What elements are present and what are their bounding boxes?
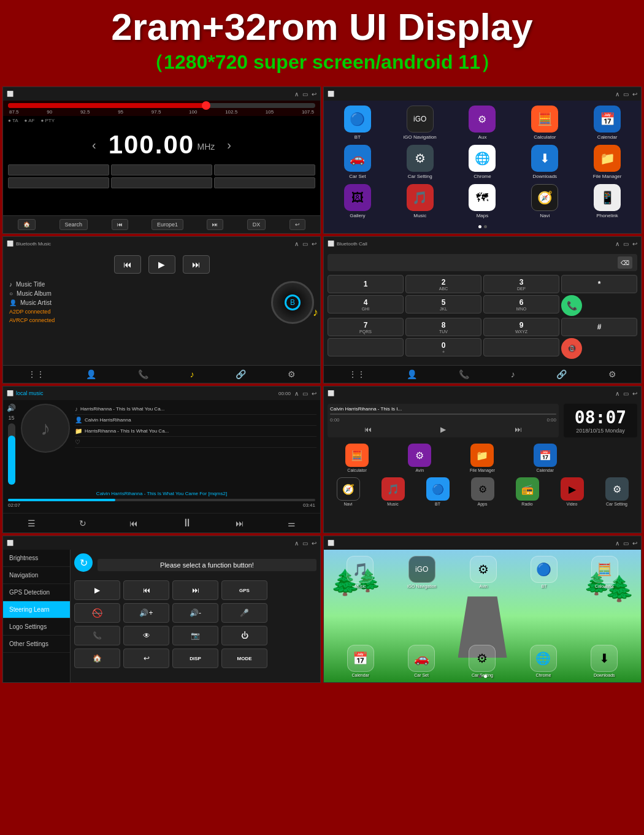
link-icon[interactable]: 🔗 <box>236 369 246 379</box>
link-icon[interactable]: 🔗 <box>556 369 567 379</box>
playlist-icon[interactable]: ☰ <box>28 518 36 528</box>
settings-power-button[interactable]: ⏻ <box>221 626 267 645</box>
app-downloads[interactable]: ⬇ Downloads <box>516 145 573 179</box>
mini-prev-button[interactable]: ⏮ <box>364 425 372 434</box>
radio-back-button[interactable]: ↩ <box>289 219 305 230</box>
home-app-radio[interactable]: 📻 Radio <box>507 477 548 506</box>
app-bt[interactable]: 🔵 BT <box>329 106 386 140</box>
radio-preset-5[interactable] <box>111 177 212 188</box>
dialer-key-8[interactable]: 8TUV <box>405 318 481 336</box>
radio-prev-track-button[interactable]: ⏮ <box>112 219 128 230</box>
dialer-key-3[interactable]: 3DEF <box>483 275 559 293</box>
home-app-carsetting[interactable]: ⚙ Car Setting <box>596 477 637 506</box>
dialer-key-star[interactable]: * <box>561 275 637 293</box>
settings-item-gps[interactable]: GPS Detection <box>3 584 70 601</box>
settings-call-button[interactable]: 📞 <box>74 626 120 645</box>
home-app-filemanager[interactable]: 📁 File Manager <box>453 444 512 472</box>
app-music[interactable]: 🎵 Music <box>391 184 449 218</box>
grid-icon[interactable]: ⋮⋮ <box>28 369 45 379</box>
playlist-item-2[interactable]: 👤 Calvin HarrisRihanna <box>75 415 316 426</box>
nature-app-calculator[interactable]: 🧮 Calculator <box>591 556 618 588</box>
home-app-music[interactable]: 🎵 Music <box>372 477 413 506</box>
dialer-key-6[interactable]: 6MNO <box>483 295 559 314</box>
app-calendar[interactable]: 📅 Calendar <box>578 106 636 140</box>
settings-cam2-button[interactable]: 📷 <box>172 626 218 645</box>
settings-item-navigation[interactable]: Navigation <box>3 567 70 584</box>
settings-item-steering[interactable]: Steering Learn <box>3 601 70 618</box>
repeat-icon[interactable]: ↻ <box>79 518 86 528</box>
settings-item-other[interactable]: Other Settings <box>3 636 70 653</box>
dialer-key-4[interactable]: 4GHI <box>328 295 404 314</box>
music-icon[interactable]: ♪ <box>190 369 194 379</box>
volume-track[interactable] <box>8 423 15 485</box>
dialer-call-button[interactable]: 📞 <box>561 295 582 316</box>
dialer-key-0[interactable]: 0+ <box>405 338 481 356</box>
nature-app-music[interactable]: 🎵 Music <box>347 556 374 588</box>
radio-home-button[interactable]: 🏠 <box>18 219 36 230</box>
radio-preset-3[interactable] <box>214 164 315 175</box>
dialer-key-7[interactable]: 7PQRS <box>328 318 404 336</box>
radio-prev-button[interactable]: ‹ <box>92 138 96 152</box>
bt-play-button[interactable]: ▶ <box>148 255 175 274</box>
music-icon[interactable]: ♪ <box>511 369 515 379</box>
radio-next-track-button[interactable]: ⏭ <box>207 219 223 230</box>
dialer-key-star2[interactable] <box>328 338 404 356</box>
mini-next-button[interactable]: ⏭ <box>515 425 522 434</box>
settings-mic-button[interactable]: 🎤 <box>221 603 267 623</box>
dialer-key-hash2[interactable] <box>483 338 559 356</box>
home-app-avin[interactable]: ⚙ Avin <box>390 444 449 472</box>
dialer-key-hash[interactable]: # <box>561 318 637 336</box>
app-filemanager[interactable]: 📁 File Manager <box>578 145 636 179</box>
equalizer-icon[interactable]: ⚌ <box>288 518 296 528</box>
app-navi[interactable]: 🧭 Navi <box>516 184 573 218</box>
settings-voldown-button[interactable]: 🔊- <box>172 603 218 623</box>
radio-dx-button[interactable]: DX <box>247 219 266 230</box>
bt-rewind-button[interactable]: ⏮ <box>114 255 141 274</box>
settings-home-button[interactable]: 🏠 <box>74 648 120 668</box>
dialer-key-2[interactable]: 2ABC <box>405 275 481 293</box>
next-icon[interactable]: ⏭ <box>236 518 244 528</box>
playlist-item-1[interactable]: ♪ HarrisRihanna - This Is What You Ca... <box>75 404 316 415</box>
settings-mute-button[interactable]: 🚫 <box>74 603 120 623</box>
nature-app-igo[interactable]: iGO iGO Navigation <box>407 556 436 588</box>
settings-back-button[interactable]: ↩ <box>123 648 169 668</box>
gps-text[interactable]: GPS <box>239 588 250 593</box>
home-app-navi[interactable]: 🧭 Navi <box>328 477 369 506</box>
home-app-calendar[interactable]: 📅 Calendar <box>516 444 575 472</box>
prev-icon[interactable]: ⏮ <box>129 518 138 528</box>
app-gallery[interactable]: 🖼 Gallery <box>329 184 386 218</box>
dialer-key-1[interactable]: 1 <box>328 275 404 293</box>
app-carsetting[interactable]: ⚙ Car Setting <box>391 145 449 179</box>
dialer-backspace-button[interactable]: ⌫ <box>618 256 632 269</box>
mode-text[interactable]: MODE <box>237 656 252 661</box>
home-app-video[interactable]: ▶ Video <box>551 477 592 506</box>
app-phonelink[interactable]: 📱 Phonelink <box>578 184 636 218</box>
home-app-bt[interactable]: 🔵 BT <box>417 477 458 506</box>
settings-prev-button[interactable]: ⏮ <box>123 580 169 600</box>
nature-app-bt[interactable]: 🔵 BT <box>531 556 558 588</box>
dialer-key-5[interactable]: 5JKL <box>405 295 481 314</box>
radio-preset-1[interactable] <box>8 164 109 175</box>
bt-forward-button[interactable]: ⏭ <box>183 255 210 274</box>
app-chrome[interactable]: 🌐 Chrome <box>454 145 512 179</box>
playlist-item-3[interactable]: 📁 HarrisRihanna - This Is What You Ca... <box>75 426 316 437</box>
radio-station-button[interactable]: Europe1 <box>151 219 183 230</box>
settings-item-brightness[interactable]: Brightness <box>3 550 70 567</box>
dialer-key-9[interactable]: 9WXYZ <box>483 318 559 336</box>
radio-preset-6[interactable] <box>214 177 315 188</box>
radio-next-button[interactable]: › <box>227 138 231 152</box>
settings-camera-button[interactable]: 👁 <box>123 626 169 645</box>
nature-app-avin[interactable]: ⚙ Avin <box>470 556 497 588</box>
dialer-endcall-button[interactable]: 📵 <box>561 338 582 359</box>
radio-slider-track[interactable] <box>8 103 315 108</box>
mini-play-button[interactable]: ▶ <box>440 425 446 434</box>
app-maps[interactable]: 🗺 Maps <box>454 184 512 218</box>
settings-item-logo[interactable]: Logo Settings <box>3 618 70 636</box>
person-icon[interactable]: 👤 <box>407 369 417 379</box>
home-app-calculator[interactable]: 🧮 Calculator <box>328 444 386 472</box>
settings-volup-button[interactable]: 🔊+ <box>123 603 169 623</box>
settings-refresh-icon[interactable]: ↻ <box>74 553 93 572</box>
settings-icon[interactable]: ⚙ <box>288 369 296 379</box>
grid-icon[interactable]: ⋮⋮ <box>348 369 366 379</box>
app-calculator[interactable]: 🧮 Calculator <box>516 106 573 140</box>
